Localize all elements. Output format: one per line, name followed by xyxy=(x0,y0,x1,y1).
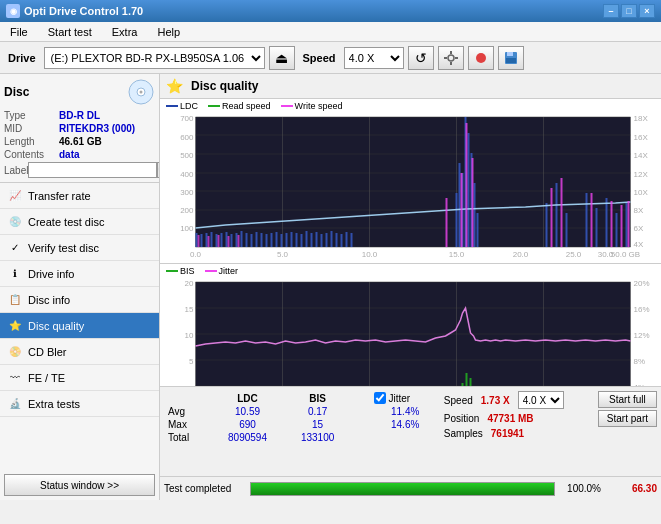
main-content: ⭐ Disc quality LDC Read speed xyxy=(160,74,661,500)
svg-text:600: 600 xyxy=(180,133,194,142)
svg-rect-73 xyxy=(311,233,313,247)
svg-text:6X: 6X xyxy=(634,224,644,233)
svg-rect-67 xyxy=(281,234,283,247)
drive-select[interactable]: (E:) PLEXTOR BD-R PX-LB950SA 1.06 xyxy=(44,47,265,69)
progress-percent: 100.0% xyxy=(561,483,601,494)
svg-rect-91 xyxy=(556,183,558,247)
menu-help[interactable]: Help xyxy=(151,24,186,40)
sidebar-item-disc-info[interactable]: 📋 Disc info xyxy=(0,287,159,313)
svg-rect-98 xyxy=(198,235,200,247)
ldc-header: LDC xyxy=(210,391,285,405)
app-icon: ◉ xyxy=(6,4,20,18)
settings-button[interactable] xyxy=(438,46,464,70)
svg-text:300: 300 xyxy=(180,188,194,197)
sidebar-item-create-test-disc[interactable]: 💿 Create test disc xyxy=(0,209,159,235)
eject-button[interactable]: ⏏ xyxy=(269,46,295,70)
svg-rect-1 xyxy=(450,51,452,54)
svg-rect-66 xyxy=(276,232,278,247)
svg-text:16%: 16% xyxy=(634,305,650,314)
svg-text:25.0: 25.0 xyxy=(566,250,582,259)
total-row: Total 8090594 133100 xyxy=(164,431,440,444)
svg-rect-106 xyxy=(472,158,474,247)
menu-start-test[interactable]: Start test xyxy=(42,24,98,40)
sidebar-item-fe-te[interactable]: 〰 FE / TE xyxy=(0,365,159,391)
drive-info-icon: ℹ xyxy=(8,267,22,281)
svg-rect-103 xyxy=(446,198,448,247)
refresh-button[interactable]: ↺ xyxy=(408,46,434,70)
svg-text:0.0: 0.0 xyxy=(190,250,202,259)
svg-rect-2 xyxy=(450,62,452,65)
sidebar-item-cd-bler[interactable]: 📀 CD Bler xyxy=(0,339,159,365)
bis-header: BIS xyxy=(285,391,351,405)
menu-file[interactable]: File xyxy=(4,24,34,40)
svg-rect-70 xyxy=(296,233,298,247)
speed-select-inline[interactable]: 4.0 X xyxy=(518,391,564,409)
sidebar: Disc Type BD-R DL MID RITEKDR3 (000) Len… xyxy=(0,74,160,500)
chart1-svg: 700 600 500 400 300 200 100 18X 16X 14X … xyxy=(160,113,661,261)
svg-rect-60 xyxy=(246,233,248,247)
samples-value: 761941 xyxy=(491,428,524,439)
status-window-button[interactable]: Status window >> xyxy=(4,474,155,496)
svg-rect-76 xyxy=(326,233,328,247)
cd-bler-icon: 📀 xyxy=(8,345,22,359)
progress-bar-container: Test completed 100.0% 66.30 xyxy=(160,476,661,500)
color-button[interactable] xyxy=(468,46,494,70)
svg-text:18X: 18X xyxy=(634,114,649,123)
start-part-button[interactable]: Start part xyxy=(598,410,657,427)
svg-rect-112 xyxy=(628,201,630,247)
svg-rect-105 xyxy=(466,123,468,247)
total-ldc: 8090594 xyxy=(210,431,285,444)
maximize-button[interactable]: □ xyxy=(621,4,637,18)
svg-rect-93 xyxy=(586,193,588,247)
sidebar-item-disc-quality[interactable]: ⭐ Disc quality xyxy=(0,313,159,339)
svg-rect-69 xyxy=(291,232,293,247)
svg-rect-146 xyxy=(462,383,464,386)
svg-rect-78 xyxy=(336,233,338,247)
close-button[interactable]: × xyxy=(639,4,655,18)
sidebar-item-transfer-rate[interactable]: 📈 Transfer rate xyxy=(0,183,159,209)
svg-rect-71 xyxy=(301,234,303,247)
svg-text:700: 700 xyxy=(180,114,194,123)
avg-bis: 0.17 xyxy=(285,405,351,418)
sidebar-item-drive-info[interactable]: ℹ Drive info xyxy=(0,261,159,287)
svg-text:100: 100 xyxy=(180,224,194,233)
svg-text:20.0: 20.0 xyxy=(513,250,529,259)
menu-extra[interactable]: Extra xyxy=(106,24,144,40)
chart2-svg: 20 15 10 5 20% 16% 12% 8% 4% 0.0 5.0 10.… xyxy=(160,278,661,386)
stats-right: Speed 1.73 X 4.0 X Position 47731 MB Sam… xyxy=(444,391,594,472)
type-label: Type xyxy=(4,110,59,121)
progress-bar-fill xyxy=(251,483,554,495)
svg-text:10X: 10X xyxy=(634,188,649,197)
disc-section-label: Disc xyxy=(4,85,29,99)
svg-rect-81 xyxy=(351,233,353,247)
label-input[interactable] xyxy=(28,162,157,178)
sidebar-item-label: Create test disc xyxy=(28,216,104,228)
sidebar-item-verify-test-disc[interactable]: ✓ Verify test disc xyxy=(0,235,159,261)
svg-rect-95 xyxy=(606,198,608,247)
start-full-button[interactable]: Start full xyxy=(598,391,657,408)
svg-text:8%: 8% xyxy=(634,357,646,366)
svg-rect-86 xyxy=(468,133,470,247)
svg-text:500: 500 xyxy=(180,151,194,160)
save-button[interactable] xyxy=(498,46,524,70)
sidebar-item-extra-tests[interactable]: 🔬 Extra tests xyxy=(0,391,159,417)
svg-rect-77 xyxy=(331,231,333,247)
svg-rect-89 xyxy=(477,213,479,247)
svg-rect-12 xyxy=(196,117,631,247)
speed-select[interactable]: 4.0 X xyxy=(344,47,404,69)
svg-rect-74 xyxy=(316,232,318,247)
svg-text:16X: 16X xyxy=(634,133,649,142)
svg-rect-100 xyxy=(218,235,220,247)
minimize-button[interactable]: – xyxy=(603,4,619,18)
jitter-checkbox[interactable] xyxy=(374,392,386,404)
svg-rect-3 xyxy=(444,57,447,59)
speed-label: Speed xyxy=(444,395,473,406)
title-bar: ◉ Opti Drive Control 1.70 – □ × xyxy=(0,0,661,22)
sidebar-item-label: Transfer rate xyxy=(28,190,91,202)
nav-items: 📈 Transfer rate 💿 Create test disc ✓ Ver… xyxy=(0,183,159,470)
ldc-legend-dot xyxy=(166,105,178,107)
menu-bar: File Start test Extra Help xyxy=(0,22,661,42)
svg-rect-90 xyxy=(546,203,548,247)
svg-rect-68 xyxy=(286,233,288,247)
chart1-section: LDC Read speed Write speed xyxy=(160,99,661,264)
